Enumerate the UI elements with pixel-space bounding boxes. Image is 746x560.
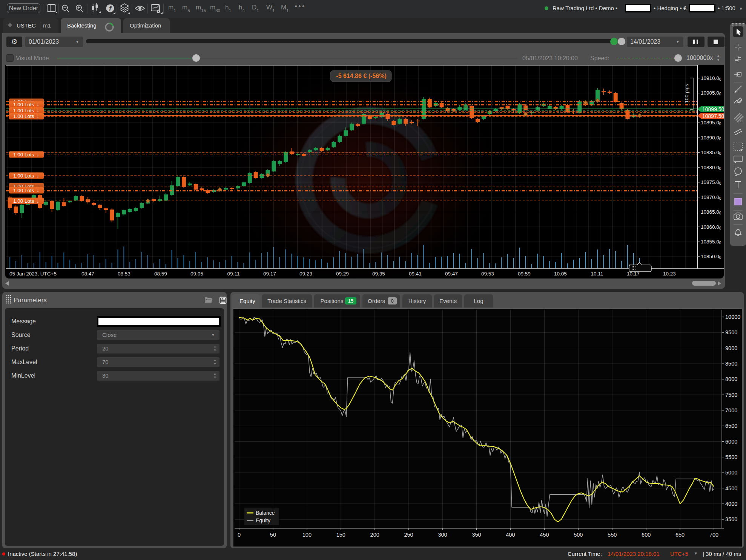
svg-text:6000: 6000 [725, 439, 737, 445]
svg-text:10:11: 10:11 [591, 271, 603, 277]
svg-text:9000: 9000 [725, 345, 737, 351]
svg-text:8000: 8000 [725, 376, 737, 382]
svg-text:10850.00: 10850.00 [701, 254, 721, 260]
svg-text:09:11: 09:11 [227, 271, 240, 277]
svg-text:10905.00: 10905.00 [701, 90, 721, 96]
svg-text:08:53: 08:53 [118, 271, 130, 277]
svg-text:1.00 Lots: 1.00 Lots [13, 188, 34, 193]
svg-text:50: 50 [270, 532, 276, 538]
svg-text:10865.00: 10865.00 [701, 209, 721, 215]
svg-text:09:47: 09:47 [445, 271, 458, 277]
svg-text:E: E [740, 119, 743, 123]
svg-text:↓: ↓ [37, 107, 39, 113]
svg-text:05 Jan 2023, UTC+5: 05 Jan 2023, UTC+5 [9, 271, 57, 277]
svg-text:10855.00: 10855.00 [701, 239, 721, 245]
svg-text:300: 300 [438, 532, 447, 538]
svg-text:8500: 8500 [725, 361, 737, 367]
svg-text:10910.00: 10910.00 [701, 75, 721, 81]
svg-text:10870.00: 10870.00 [701, 194, 721, 200]
svg-text:1.00 Lots: 1.00 Lots [13, 173, 34, 179]
svg-text:500: 500 [574, 532, 583, 538]
svg-text:250: 250 [404, 532, 413, 538]
svg-text:100 pips: 100 pips [684, 84, 689, 103]
svg-text:Balance: Balance [256, 510, 275, 516]
svg-text:1.00 Lots: 1.00 Lots [13, 102, 34, 107]
svg-text:650: 650 [675, 532, 685, 538]
svg-text:09:59: 09:59 [518, 271, 531, 277]
svg-text:10899.50: 10899.50 [702, 106, 724, 112]
svg-text:F: F [740, 148, 743, 152]
svg-text:100: 100 [302, 532, 312, 538]
svg-text:1.00 Lots: 1.00 Lots [13, 108, 34, 113]
svg-text:7000: 7000 [725, 407, 737, 413]
svg-text:5500: 5500 [725, 454, 737, 460]
svg-text:1.00 Lots: 1.00 Lots [13, 198, 34, 204]
svg-text:09:53: 09:53 [481, 271, 494, 277]
svg-text:↓: ↓ [37, 113, 39, 119]
svg-text:9500: 9500 [725, 329, 737, 335]
svg-text:3500: 3500 [725, 516, 737, 522]
svg-text:09:17: 09:17 [263, 271, 276, 277]
svg-text:09:23: 09:23 [299, 271, 312, 277]
svg-text:1.00 Lots: 1.00 Lots [13, 152, 34, 158]
svg-text:150: 150 [336, 532, 345, 538]
svg-text:08:59: 08:59 [154, 271, 167, 277]
svg-text:↓: ↓ [37, 198, 39, 204]
svg-text:200: 200 [370, 532, 379, 538]
svg-text:10895.00: 10895.00 [701, 120, 721, 126]
svg-text:↓: ↓ [37, 101, 39, 107]
svg-text:09:05: 09:05 [190, 271, 203, 277]
svg-text:350: 350 [472, 532, 481, 538]
svg-text:10000: 10000 [725, 314, 740, 320]
svg-text:550: 550 [608, 532, 617, 538]
svg-text:400: 400 [506, 532, 515, 538]
svg-text:09:35: 09:35 [372, 271, 385, 277]
svg-text:10860.00: 10860.00 [701, 224, 721, 230]
svg-text:08:47: 08:47 [81, 271, 94, 277]
svg-text:↓: ↓ [37, 173, 39, 179]
svg-text:10:23: 10:23 [663, 271, 676, 277]
svg-text:5000: 5000 [725, 470, 737, 476]
svg-text:10890.00: 10890.00 [701, 135, 721, 141]
svg-text:10897.50: 10897.50 [702, 113, 724, 119]
svg-text:-5 614.86 € (-56%): -5 614.86 € (-56%) [336, 73, 386, 79]
svg-text:7500: 7500 [725, 392, 737, 398]
svg-text:600: 600 [642, 532, 651, 538]
svg-text:↓: ↓ [37, 151, 39, 158]
svg-text:4000: 4000 [725, 501, 737, 507]
svg-text:09:41: 09:41 [409, 271, 422, 277]
svg-text:6500: 6500 [725, 423, 737, 429]
svg-text:10885.00: 10885.00 [701, 150, 721, 156]
svg-text:700: 700 [709, 532, 718, 538]
svg-text:↓: ↓ [37, 187, 39, 193]
svg-text:1.00 Lots: 1.00 Lots [13, 113, 34, 119]
svg-text:09:29: 09:29 [336, 271, 349, 277]
svg-text:4500: 4500 [725, 485, 737, 491]
svg-text:450: 450 [540, 532, 549, 538]
svg-text:10:05: 10:05 [554, 271, 567, 277]
svg-text:Equity: Equity [256, 517, 270, 523]
svg-text:10880.00: 10880.00 [701, 165, 721, 171]
svg-text:0: 0 [238, 532, 241, 538]
svg-text:10875.00: 10875.00 [701, 179, 721, 185]
